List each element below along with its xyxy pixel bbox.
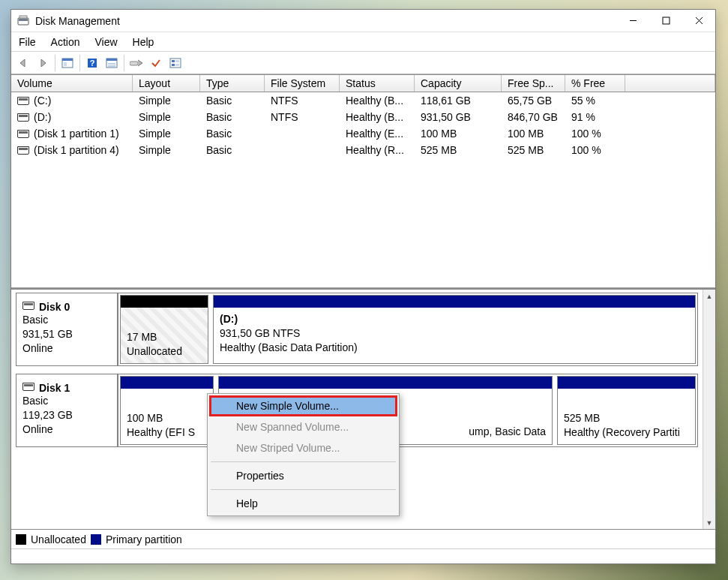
drive-icon bbox=[17, 130, 29, 138]
svg-rect-18 bbox=[172, 60, 175, 62]
help-icon[interactable]: ? bbox=[83, 54, 101, 72]
col-layout[interactable]: Layout bbox=[133, 75, 200, 92]
ctx-help[interactable]: Help bbox=[209, 493, 397, 514]
list-icon[interactable] bbox=[166, 54, 184, 72]
disk-info[interactable]: Disk 0 Basic 931,51 GB Online bbox=[16, 293, 118, 365]
app-icon bbox=[17, 15, 29, 27]
settings-icon[interactable] bbox=[103, 54, 121, 72]
vertical-scrollbar[interactable]: ▲ ▼ bbox=[703, 290, 715, 529]
partition-recovery[interactable]: 525 MB Healthy (Recovery Partiti bbox=[557, 376, 696, 445]
svg-rect-13 bbox=[106, 59, 117, 61]
legend: Unallocated Primary partition bbox=[11, 529, 715, 548]
volume-rows: (C:) Simple Basic NTFS Healthy (B... 118… bbox=[11, 92, 715, 287]
col-volume[interactable]: Volume bbox=[11, 75, 133, 92]
drive-icon bbox=[17, 97, 29, 105]
toolbar: ? bbox=[11, 52, 715, 74]
back-button[interactable] bbox=[14, 54, 32, 72]
svg-rect-8 bbox=[62, 59, 73, 61]
svg-rect-4 bbox=[663, 17, 670, 24]
legend-swatch-unallocated bbox=[16, 534, 26, 545]
status-bar bbox=[11, 548, 715, 563]
drive-icon bbox=[17, 113, 29, 122]
window-title: Disk Management bbox=[35, 15, 120, 27]
disk-row: Disk 0 Basic 931,51 GB Online 17 MB Unal… bbox=[16, 293, 698, 366]
disk-icon bbox=[22, 383, 34, 391]
forward-button[interactable] bbox=[34, 54, 52, 72]
menu-file[interactable]: File bbox=[19, 36, 36, 48]
col-free[interactable]: Free Sp... bbox=[502, 75, 565, 92]
svg-rect-17 bbox=[170, 59, 181, 68]
volume-list: Volume Layout Type File System Status Ca… bbox=[11, 74, 715, 288]
close-button[interactable] bbox=[682, 10, 715, 32]
col-pct[interactable]: % Free bbox=[565, 75, 625, 92]
svg-text:?: ? bbox=[90, 59, 95, 68]
menu-action[interactable]: Action bbox=[51, 36, 80, 48]
ctx-properties[interactable]: Properties bbox=[209, 465, 397, 486]
svg-rect-1 bbox=[19, 19, 28, 21]
drive-icon bbox=[17, 146, 29, 155]
titlebar: Disk Management bbox=[11, 10, 715, 32]
partition-efi[interactable]: 100 MB Healthy (EFI S bbox=[120, 376, 214, 445]
col-spare[interactable] bbox=[625, 75, 715, 92]
ctx-new-striped-volume: New Striped Volume... bbox=[209, 437, 397, 458]
menu-help[interactable]: Help bbox=[133, 36, 154, 48]
col-fs[interactable]: File System bbox=[265, 75, 340, 92]
rescan-icon[interactable] bbox=[147, 54, 165, 72]
volume-row[interactable]: (C:) Simple Basic NTFS Healthy (B... 118… bbox=[11, 92, 715, 109]
col-status[interactable]: Status bbox=[340, 75, 415, 92]
legend-swatch-primary bbox=[91, 534, 101, 545]
ctx-separator bbox=[211, 461, 396, 462]
volume-row[interactable]: (Disk 1 partition 4) Simple Basic Health… bbox=[11, 142, 715, 158]
disk-icon bbox=[22, 302, 34, 310]
ctx-new-spanned-volume: New Spanned Volume... bbox=[209, 416, 397, 437]
volume-header-row: Volume Layout Type File System Status Ca… bbox=[11, 74, 715, 92]
col-type[interactable]: Type bbox=[200, 75, 265, 92]
show-hide-console-tree-icon[interactable] bbox=[58, 54, 76, 72]
refresh-icon[interactable] bbox=[127, 54, 145, 72]
svg-rect-16 bbox=[130, 62, 138, 65]
legend-label: Unallocated bbox=[31, 533, 86, 545]
ctx-new-simple-volume[interactable]: New Simple Volume... bbox=[209, 395, 397, 416]
legend-label: Primary partition bbox=[106, 533, 182, 545]
disk-info[interactable]: Disk 1 Basic 119,23 GB Online bbox=[16, 374, 118, 446]
context-menu: New Simple Volume... New Spanned Volume.… bbox=[207, 393, 400, 516]
svg-rect-9 bbox=[64, 62, 67, 66]
svg-rect-21 bbox=[175, 64, 179, 66]
partition-d[interactable]: (D:) 931,50 GB NTFS Healthy (Basic Data … bbox=[213, 295, 696, 364]
col-capacity[interactable]: Capacity bbox=[415, 75, 502, 92]
maximize-button[interactable] bbox=[649, 10, 682, 32]
svg-rect-20 bbox=[172, 64, 175, 66]
menubar: File Action View Help bbox=[11, 32, 715, 52]
minimize-button[interactable] bbox=[616, 10, 649, 32]
svg-rect-19 bbox=[175, 60, 179, 62]
scroll-up-icon[interactable]: ▲ bbox=[703, 290, 715, 302]
volume-row[interactable]: (Disk 1 partition 1) Simple Basic Health… bbox=[11, 125, 715, 142]
menu-view[interactable]: View bbox=[94, 36, 117, 48]
ctx-separator bbox=[211, 489, 396, 490]
volume-row[interactable]: (D:) Simple Basic NTFS Healthy (B... 931… bbox=[11, 109, 715, 125]
scroll-down-icon[interactable]: ▼ bbox=[703, 516, 715, 529]
partition-unallocated[interactable]: 17 MB Unallocated bbox=[120, 295, 208, 364]
svg-rect-2 bbox=[19, 16, 27, 18]
